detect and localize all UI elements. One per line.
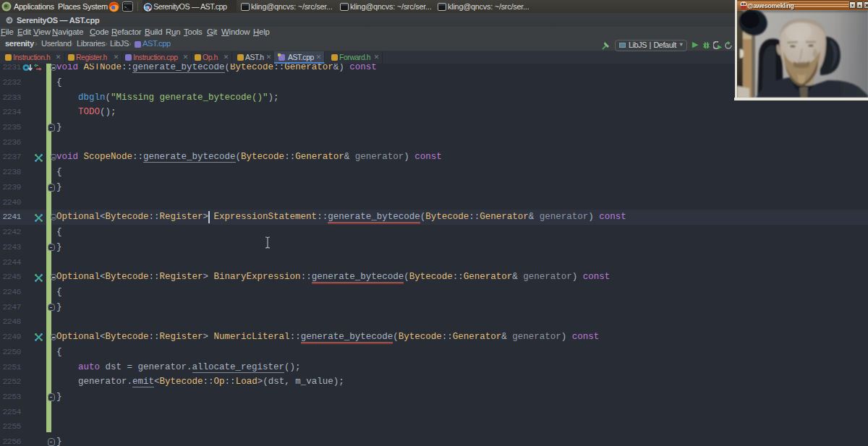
svg-text:>_: >_	[124, 5, 129, 10]
